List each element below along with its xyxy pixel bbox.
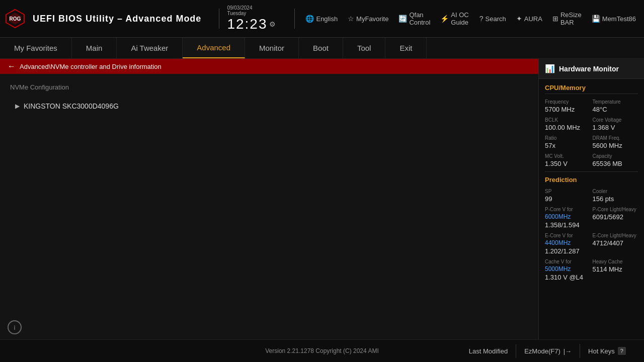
cache-freq: 5000MHz (545, 265, 591, 273)
dram-freq-label: DRAM Freq. (593, 135, 638, 141)
last-modified-button[interactable]: Last Modified (461, 344, 516, 358)
search-icon: ? (479, 15, 484, 23)
nav-language[interactable]: 🌐 English (302, 13, 341, 25)
hotkeys-label: Hot Keys (588, 347, 615, 355)
nav-memtest[interactable]: 💾 MemTest86 (589, 13, 639, 25)
hardware-monitor-panel: 📊 Hardware Monitor CPU/Memory Frequency … (538, 59, 644, 339)
nav-resizebar[interactable]: ⊞ ReSize BAR (549, 9, 585, 28)
tab-main-label: Main (86, 44, 103, 52)
ratio-value: 57x (545, 142, 591, 149)
hw-monitor-title: Hardware Monitor (559, 65, 619, 73)
temperature-label: Temperature (593, 99, 638, 105)
last-modified-label: Last Modified (469, 347, 508, 355)
language-label: English (316, 15, 338, 23)
dram-freq-cell: DRAM Freq. 5600 MHz (593, 135, 638, 149)
nvme-expand-icon: ▶ (15, 103, 20, 110)
resizebar-icon: ⊞ (552, 15, 558, 23)
mc-volt-cell: MC Volt. 1.350 V (545, 153, 591, 167)
pcore-v-value: 1.358/1.594 (545, 221, 591, 229)
ratio-label: Ratio (545, 135, 591, 141)
pcore-v-cell: P-Core V for 6000MHz 1.358/1.594 (545, 207, 591, 229)
main-navigation: My Favorites Main Ai Tweaker Advanced Mo… (0, 38, 644, 59)
qfan-label: Qfan Control (409, 11, 430, 26)
ecore-item: E-Core V for 4400MHz 1.202/1.287 E-Core … (545, 233, 638, 255)
heavy-cache-value: 5114 MHz (593, 265, 638, 273)
aioc-icon: ⚡ (440, 15, 449, 23)
tab-monitor-label: Monitor (259, 44, 284, 52)
tab-monitor[interactable]: Monitor (245, 38, 299, 58)
header: ROG UEFI BIOS Utility – Advanced Mode 09… (0, 0, 644, 38)
capacity-cell: Capacity 65536 MB (593, 153, 638, 167)
ecore-label: E-Core V for (545, 233, 591, 238)
bclk-cell: BCLK 100.00 MHz (545, 117, 591, 131)
tab-ai-tweaker[interactable]: Ai Tweaker (117, 38, 183, 58)
hotkeys-button[interactable]: Hot Keys ? (580, 344, 634, 358)
content-area: NVMe Configuration ▶ KINGSTON SKC3000D40… (0, 74, 538, 202)
tab-exit[interactable]: Exit (385, 38, 427, 58)
frequency-label: Frequency (545, 99, 591, 105)
nav-aioc[interactable]: ⚡ AI OC Guide (437, 9, 472, 28)
app-title: UEFI BIOS Utility – Advanced Mode (33, 14, 201, 24)
pcore-grid: P-Core V for 6000MHz 1.358/1.594 P-Core … (545, 207, 638, 229)
cache-v-value: 1.310 V @L4 (545, 274, 591, 281)
datetime-display: 09/03/2024 Tuesday 12:23 ⚙ (227, 5, 277, 32)
hotkeys-key-icon: ? (618, 347, 626, 355)
ecore-lh-cell: E-Core Light/Heavy 4712/4407 (593, 233, 638, 255)
tab-advanced[interactable]: Advanced (183, 38, 245, 58)
pcore-label: P-Core V for (545, 207, 591, 212)
capacity-value: 65536 MB (593, 160, 638, 167)
hw-monitor-header: 📊 Hardware Monitor (539, 59, 644, 79)
nvme-device-item[interactable]: ▶ KINGSTON SKC3000D4096G (10, 99, 528, 113)
header-nav: 🌐 English ☆ MyFavorite 🔄 Qfan Control ⚡ … (302, 9, 639, 28)
bclk-label: BCLK (545, 117, 591, 123)
tab-tool[interactable]: Tool (343, 38, 386, 58)
nav-myfavorite[interactable]: ☆ MyFavorite (345, 13, 391, 25)
sp-value: 99 (545, 195, 591, 203)
myfavorite-icon: ☆ (348, 15, 354, 23)
bclk-value: 100.00 MHz (545, 124, 591, 131)
cooler-label: Cooler (593, 189, 638, 194)
temperature-value: 48°C (593, 106, 638, 113)
resizebar-label: ReSize BAR (560, 11, 582, 26)
back-arrow-icon[interactable]: ← (8, 62, 16, 71)
cache-grid: Cache V for 5000MHz 1.310 V @L4 Heavy Ca… (545, 259, 638, 281)
section-label: NVMe Configuration (10, 81, 528, 93)
footer-version: Version 2.21.1278 Copyright (C) 2024 AMI (218, 347, 426, 354)
sp-cell: SP 99 (545, 189, 591, 203)
ecore-grid: E-Core V for 4400MHz 1.202/1.287 E-Core … (545, 233, 638, 255)
tab-tool-label: Tool (357, 44, 371, 52)
info-icon: i (14, 324, 16, 331)
cooler-cell: Cooler 156 pts (593, 189, 638, 203)
nav-aura[interactable]: ✦ AURA (513, 13, 545, 25)
breadcrumb: ← Advanced\NVMe controller and Drive inf… (0, 59, 538, 74)
nav-qfan[interactable]: 🔄 Qfan Control (395, 9, 433, 28)
ecore-lh-label: E-Core Light/Heavy (593, 233, 638, 238)
footer-right: Last Modified EzMode(F7) |→ Hot Keys ? (426, 344, 634, 358)
tab-boot[interactable]: Boot (299, 38, 343, 58)
info-button[interactable]: i (8, 320, 22, 334)
myfavorite-label: MyFavorite (356, 15, 388, 23)
dram-freq-value: 5600 MHz (593, 142, 638, 149)
heavy-cache-label: Heavy Cache (593, 259, 638, 264)
ezmode-button[interactable]: EzMode(F7) |→ (516, 344, 580, 358)
hw-monitor-icon: 📊 (545, 64, 555, 73)
qfan-icon: 🔄 (398, 15, 407, 23)
mc-volt-label: MC Volt. (545, 153, 591, 159)
cpu-memory-grid: Frequency 5700 MHz Temperature 48°C BCLK… (545, 99, 638, 167)
cache-item: Cache V for 5000MHz 1.310 V @L4 Heavy Ca… (545, 259, 638, 281)
nav-search[interactable]: ? Search (476, 13, 509, 25)
prediction-sp-grid: SP 99 Cooler 156 pts (545, 189, 638, 203)
pcore-lh-label: P-Core Light/Heavy (593, 207, 638, 212)
tab-my-favorites[interactable]: My Favorites (0, 38, 72, 58)
tab-main[interactable]: Main (72, 38, 117, 58)
pcore-freq: 6000MHz (545, 213, 591, 220)
capacity-label: Capacity (593, 153, 638, 159)
main-content: ← Advanced\NVMe controller and Drive inf… (0, 59, 538, 339)
content-layout: ← Advanced\NVMe controller and Drive inf… (0, 59, 644, 339)
svg-text:ROG: ROG (10, 16, 21, 22)
aura-icon: ✦ (516, 15, 522, 23)
cache-label: Cache V for (545, 259, 591, 264)
mc-volt-value: 1.350 V (545, 160, 591, 167)
info-area: i (0, 315, 538, 339)
cache-v-cell: Cache V for 5000MHz 1.310 V @L4 (545, 259, 591, 281)
